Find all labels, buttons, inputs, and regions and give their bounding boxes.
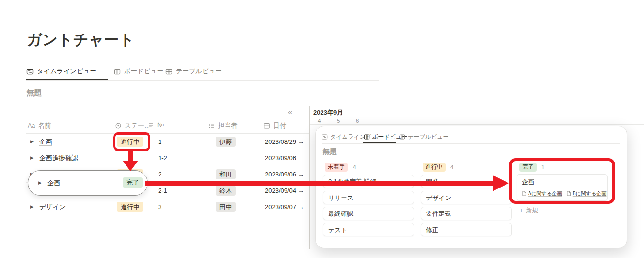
list-icon — [208, 122, 215, 129]
row-date[interactable]: 2023/09/04 → — [265, 187, 304, 194]
annotation-arrow-right — [145, 181, 494, 186]
board-card[interactable]: デザイン — [421, 191, 512, 204]
annotation-arrow-right-head — [493, 175, 509, 191]
page-title: ガントチャート — [27, 30, 135, 50]
view-title: 無題 — [26, 88, 42, 98]
board-column-header-not-started[interactable]: 未着手 4 — [325, 163, 356, 172]
gantt-chart-page: ガントチャート タイムラインビュー ボードビュー テーブルビュー 無題 « 20… — [0, 0, 644, 258]
tabbar-divider — [322, 143, 620, 144]
row-no[interactable]: 2 — [158, 171, 161, 178]
row-date[interactable]: 2023/09/06 — [265, 154, 296, 162]
status-badge: 完了 — [123, 177, 143, 188]
status-badge: 未着手 — [325, 163, 348, 172]
row-date[interactable]: 2023/09/07 → — [265, 203, 304, 211]
row-toggle-icon[interactable]: ▶ — [30, 139, 34, 144]
table-view-icon — [165, 68, 172, 75]
popup-tab-table-view[interactable]: テーブルビュー — [399, 133, 448, 141]
board-view-icon — [114, 68, 121, 75]
drag-ghost-name: 企画 — [47, 179, 60, 188]
table-row[interactable]: ▶ 企画 進行中 1 伊藤 2023/08/29 → — [26, 134, 309, 150]
new-card-button[interactable]: + 新規 — [519, 206, 538, 215]
assignee-badge[interactable]: 田中 — [216, 202, 236, 212]
column-count: 4 — [353, 164, 356, 171]
tab-label: ボードビュー — [124, 67, 163, 76]
timeline-day-label: 6 — [356, 118, 359, 124]
board-column-header-in-progress[interactable]: 進行中 4 — [423, 163, 454, 172]
popup-view-title: 無題 — [322, 147, 337, 156]
board-card[interactable]: 修正 — [421, 223, 512, 236]
text-lines-icon — [148, 122, 154, 129]
timeline-grid-line — [642, 124, 642, 258]
status-badge: 進行中 — [423, 163, 446, 172]
timeline-month-label: 2023年9月 — [313, 108, 343, 117]
annotation-arrow-down-head — [123, 161, 138, 171]
annotation-arrow-down — [128, 150, 133, 161]
row-date[interactable]: 2023/09/06 → — [265, 171, 304, 178]
row-name[interactable]: デザイン — [39, 203, 66, 211]
column-header-assignee[interactable]: 担当者 — [208, 121, 238, 130]
board-view-icon — [364, 134, 370, 140]
row-no[interactable]: 3 — [158, 203, 161, 211]
tab-table-view[interactable]: テーブルビュー — [165, 67, 222, 76]
row-name[interactable]: 企画進捗確認 — [39, 154, 78, 163]
tab-timeline-view[interactable]: タイムラインビュー — [26, 67, 96, 76]
assignee-badge[interactable]: 伊藤 — [216, 137, 236, 147]
table-timeline-divider[interactable] — [309, 106, 310, 249]
annotation-highlight-rect-status — [113, 132, 150, 151]
board-card[interactable]: 最終確認 — [323, 207, 414, 220]
timeline-view-icon — [322, 134, 328, 140]
timeline-day-label: 5 — [337, 118, 340, 124]
row-no[interactable]: 1 — [158, 138, 161, 145]
column-header-no[interactable]: № — [148, 121, 164, 129]
status-property-icon — [115, 122, 122, 129]
annotation-highlight-rect-done-column — [509, 158, 615, 204]
row-no[interactable]: 2-1 — [158, 187, 167, 194]
row-toggle-icon[interactable]: ▶ — [30, 204, 34, 209]
column-count: 4 — [450, 164, 454, 171]
column-header-status[interactable]: ステー... — [115, 121, 150, 130]
tab-label: テーブルビュー — [176, 67, 222, 76]
board-card[interactable]: テスト — [323, 223, 414, 236]
assignee-badge[interactable]: 和田 — [216, 169, 236, 179]
tab-label: テーブルビュー — [408, 133, 448, 141]
plus-icon: + — [519, 207, 523, 214]
board-card[interactable]: 要件定義 — [421, 207, 512, 220]
column-header-name[interactable]: Aa 名前 — [28, 121, 51, 130]
timeline-header-border — [310, 124, 644, 125]
board-card[interactable]: リリース — [323, 191, 414, 204]
tabbar-divider — [26, 80, 379, 81]
drag-ghost-row[interactable]: ▶ 企画 完了 — [28, 170, 148, 196]
row-toggle-icon: ▶ — [38, 180, 42, 185]
calendar-icon — [264, 122, 270, 129]
status-badge[interactable]: 進行中 — [117, 202, 143, 212]
text-property-icon: Aa — [28, 122, 35, 129]
assignee-badge[interactable]: 鈴木 — [216, 186, 236, 196]
row-no[interactable]: 1-2 — [158, 154, 167, 162]
timeline-view-icon — [26, 68, 34, 75]
table-row[interactable]: ▶ デザイン 進行中 3 田中 2023/09/07 → — [26, 199, 309, 215]
table-row[interactable]: ▶ 企画進捗確認 1-2 2023/09/06 — [26, 150, 309, 166]
column-header-date[interactable]: 日付 — [264, 121, 286, 130]
table-view-icon — [399, 134, 405, 140]
row-name[interactable]: 企画 — [39, 138, 52, 146]
row-toggle-icon[interactable]: ▶ — [30, 155, 34, 160]
timeline-day-label: 4 — [318, 118, 321, 124]
collapse-panel-icon[interactable]: « — [288, 107, 292, 117]
tab-board-view[interactable]: ボードビュー — [114, 67, 163, 76]
row-date[interactable]: 2023/08/29 → — [265, 138, 304, 145]
tab-label: タイムラインビュー — [37, 67, 96, 76]
